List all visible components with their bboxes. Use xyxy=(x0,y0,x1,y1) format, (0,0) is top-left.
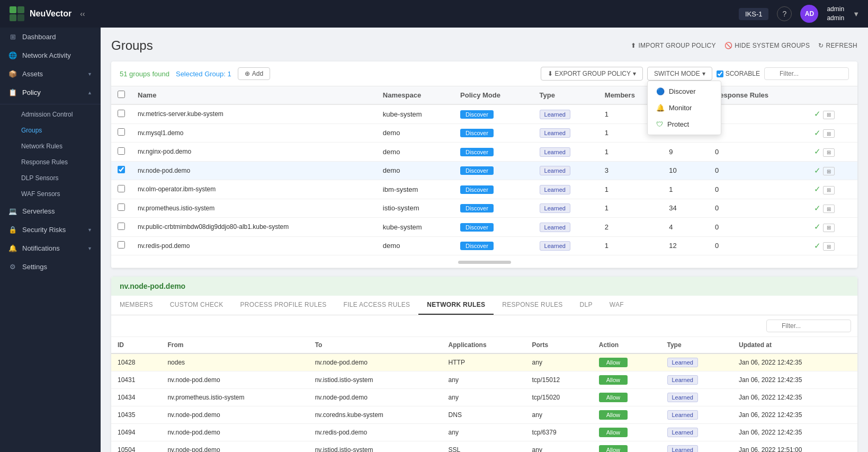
sidebar-sub-admission-control[interactable]: Admission Control xyxy=(0,107,101,122)
table-row[interactable]: nv.redis-pod.demo demo Discover Learned … xyxy=(111,236,857,255)
th-policy-mode: Policy Mode xyxy=(454,86,533,104)
nr-row-id: 10504 xyxy=(111,441,161,453)
select-all-checkbox[interactable] xyxy=(118,91,125,98)
tab-response-rules[interactable]: RESPONSE RULES xyxy=(494,296,571,315)
row-checkbox-cell xyxy=(111,218,131,237)
row-policy-mode: Discover xyxy=(454,161,533,180)
row-type: Learned xyxy=(533,123,598,143)
sidebar-sub-dlp-sensors[interactable]: DLP Sensors xyxy=(0,170,101,186)
sidebar-item-security-risks[interactable]: 🔒 Security Risks xyxy=(0,220,101,239)
row-checkbox[interactable] xyxy=(118,128,125,136)
table-row[interactable]: nv.metrics-server.kube-system kube-syste… xyxy=(111,104,857,123)
sidebar-item-policy[interactable]: 📋 Policy xyxy=(0,83,101,102)
grid-view-icon[interactable]: ⊞ xyxy=(823,148,835,157)
dashboard-icon: ⊞ xyxy=(8,33,17,41)
sidebar-item-notifications[interactable]: 🔔 Notifications xyxy=(0,239,101,258)
serverless-icon: 💻 xyxy=(8,207,17,215)
cluster-label[interactable]: IKS-1 xyxy=(739,8,769,20)
row-checkbox[interactable] xyxy=(118,166,125,173)
dropdown-item-discover[interactable]: 🔵 Discover xyxy=(648,83,721,100)
table-row[interactable]: nv.public-crbtmimbdw08dig9ddjo80-alb1.ku… xyxy=(111,218,857,237)
row-cves: 9 xyxy=(663,143,709,162)
nr-table-row[interactable]: 10428 nodes nv.node-pod.demo HTTP any Al… xyxy=(111,353,857,371)
monitor-icon: 🔔 xyxy=(656,104,665,112)
grid-view-icon[interactable]: ⊞ xyxy=(823,224,835,232)
horizontal-scrollbar[interactable] xyxy=(111,255,857,268)
tab-dlp[interactable]: DLP xyxy=(571,296,601,315)
nr-row-updated: Jan 06, 2022 12:42:35 xyxy=(732,424,857,441)
nr-row-applications: DNS xyxy=(442,406,526,424)
tab-process-profile-rules[interactable]: PROCESS PROFILE RULES xyxy=(232,296,335,315)
nr-table-row[interactable]: 10435 nv.node-pod.demo nv.coredns.kube-s… xyxy=(111,406,857,424)
row-checkbox[interactable] xyxy=(118,110,125,117)
switch-mode-button[interactable]: SWITCH MODE ▾ xyxy=(647,67,712,81)
scorable-checkbox[interactable] xyxy=(717,70,723,77)
grid-view-icon[interactable]: ⊞ xyxy=(823,129,835,138)
export-group-policy-button[interactable]: ⬇ EXPORT GROUP POLICY ▾ xyxy=(541,67,643,81)
th-namespace: Namespace xyxy=(377,86,454,104)
add-group-button[interactable]: ⊕ Add xyxy=(238,67,270,80)
nr-row-action: Allow xyxy=(593,371,661,389)
nr-row-action: Allow xyxy=(593,353,661,371)
scorable-checkbox-label[interactable]: SCORABLE xyxy=(717,70,760,77)
nr-filter-input[interactable] xyxy=(766,320,851,332)
table-row[interactable]: nv.nginx-pod.demo demo Discover Learned … xyxy=(111,143,857,162)
row-namespace: ibm-system xyxy=(377,180,454,199)
tab-waf[interactable]: WAF xyxy=(601,296,632,315)
collapse-sidebar-button[interactable]: ‹‹ xyxy=(80,10,85,18)
grid-view-icon[interactable]: ⊞ xyxy=(823,186,835,194)
nr-table-row[interactable]: 10434 nv.prometheus.istio-system nv.node… xyxy=(111,389,857,406)
nr-table-row[interactable]: 10504 nv.node-pod.demo nv.istiod.istio-s… xyxy=(111,441,857,453)
table-row[interactable]: nv.prometheus.istio-system istio-system … xyxy=(111,199,857,218)
row-type: Learned xyxy=(533,161,598,180)
row-actions: ✓ ⊞ xyxy=(808,236,857,255)
sidebar-item-serverless[interactable]: 💻 Serverless xyxy=(0,202,101,220)
row-checkbox[interactable] xyxy=(118,223,125,230)
user-info[interactable]: admin admin xyxy=(827,5,844,23)
help-button[interactable]: ? xyxy=(777,6,792,21)
nr-table-row[interactable]: 10494 nv.node-pod.demo nv.redis-pod.demo… xyxy=(111,424,857,441)
sidebar-item-assets[interactable]: 📦 Assets xyxy=(0,65,101,83)
row-checkbox[interactable] xyxy=(118,203,125,211)
grid-view-icon[interactable]: ⊞ xyxy=(823,167,835,175)
user-dropdown-icon[interactable]: ▼ xyxy=(853,10,860,18)
nr-table-row[interactable]: 10431 nv.node-pod.demo nv.istiod.istio-s… xyxy=(111,371,857,389)
sidebar-sub-network-rules[interactable]: Network Rules xyxy=(0,138,101,154)
topnav-right: IKS-1 ? AD admin admin ▼ xyxy=(739,5,860,23)
table-row[interactable]: nv.mysql1.demo demo Discover Learned 1 4… xyxy=(111,123,857,143)
check-icon: ✓ xyxy=(814,147,821,156)
tab-members[interactable]: MEMBERS xyxy=(111,296,162,315)
nr-row-from: nv.node-pod.demo xyxy=(161,424,308,441)
grid-view-icon[interactable]: ⊞ xyxy=(823,111,835,119)
tab-custom-check[interactable]: CUSTOM CHECK xyxy=(162,296,232,315)
groups-table: Name Namespace Policy Mode Type Members … xyxy=(111,86,857,255)
tab-file-access-rules[interactable]: FILE ACCESS RULES xyxy=(335,296,419,315)
table-row[interactable]: nv.node-pod.demo demo Discover Learned 3… xyxy=(111,161,857,180)
refresh-button[interactable]: ↻ REFRESH xyxy=(818,42,857,49)
grid-view-icon[interactable]: ⊞ xyxy=(823,242,835,251)
tab-network-rules[interactable]: NETWORK RULES xyxy=(418,296,494,315)
page-title: Groups xyxy=(111,38,631,53)
groups-filter-input[interactable] xyxy=(764,67,849,80)
sidebar-sub-groups[interactable]: Groups xyxy=(0,122,101,138)
svg-rect-3 xyxy=(17,14,24,21)
dropdown-item-protect[interactable]: 🛡 Protect xyxy=(648,116,721,132)
import-group-policy-button[interactable]: ⬆ IMPORT GROUP POLICY xyxy=(631,42,716,49)
row-checkbox[interactable] xyxy=(118,147,125,155)
grid-view-icon[interactable]: ⊞ xyxy=(823,205,835,213)
avatar[interactable]: AD xyxy=(800,5,818,23)
sidebar-sub-waf-sensors[interactable]: WAF Sensors xyxy=(0,186,101,202)
hide-system-groups-button[interactable]: 🚫 HIDE SYSTEM GROUPS xyxy=(724,42,810,49)
sidebar-sub-response-rules[interactable]: Response Rules xyxy=(0,154,101,170)
table-row[interactable]: nv.olm-operator.ibm-system ibm-system Di… xyxy=(111,180,857,199)
row-checkbox[interactable] xyxy=(118,185,125,192)
sidebar-item-settings[interactable]: ⚙ Settings xyxy=(0,258,101,276)
nr-table-head: ID From To Applications Ports Action Typ… xyxy=(111,337,857,353)
sidebar-item-network-activity[interactable]: 🌐 Network Activity xyxy=(0,46,101,65)
sidebar-item-dashboard[interactable]: ⊞ Dashboard xyxy=(0,28,101,46)
nr-row-updated: Jan 06, 2022 12:42:35 xyxy=(732,406,857,424)
dropdown-item-monitor[interactable]: 🔔 Monitor xyxy=(648,100,721,116)
row-cves: 12 xyxy=(663,236,709,255)
row-checkbox-cell xyxy=(111,123,131,143)
row-checkbox[interactable] xyxy=(118,241,125,249)
